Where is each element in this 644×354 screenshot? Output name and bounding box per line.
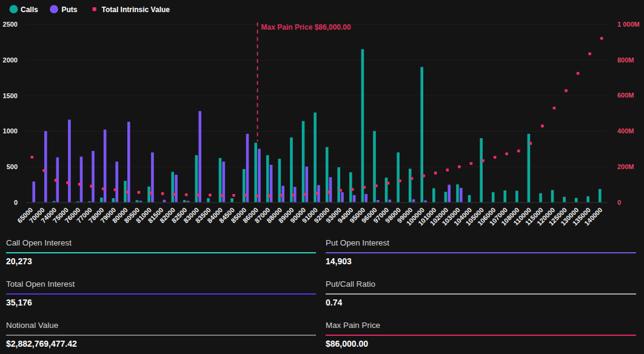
svg-text:1000: 1000 [3, 127, 18, 135]
svg-text:200M: 200M [617, 163, 634, 170]
svg-text:0: 0 [14, 199, 18, 206]
svg-text:Max Pain Price $86,000.00: Max Pain Price $86,000.00 [261, 23, 351, 32]
svg-text:800M: 800M [617, 56, 634, 64]
svg-text:Puts: Puts [62, 5, 78, 14]
svg-text:1 000M: 1 000M [617, 21, 640, 28]
svg-text:400M: 400M [617, 127, 634, 135]
svg-text:Calls: Calls [21, 5, 38, 14]
svg-text:0: 0 [617, 199, 621, 206]
svg-text:500: 500 [7, 163, 18, 170]
svg-text:600M: 600M [617, 92, 634, 99]
svg-text:1500: 1500 [3, 92, 18, 99]
svg-text:2500: 2500 [3, 21, 18, 28]
svg-text:2000: 2000 [3, 56, 18, 64]
svg-text:Total Intrinsic Value: Total Intrinsic Value [102, 5, 170, 14]
